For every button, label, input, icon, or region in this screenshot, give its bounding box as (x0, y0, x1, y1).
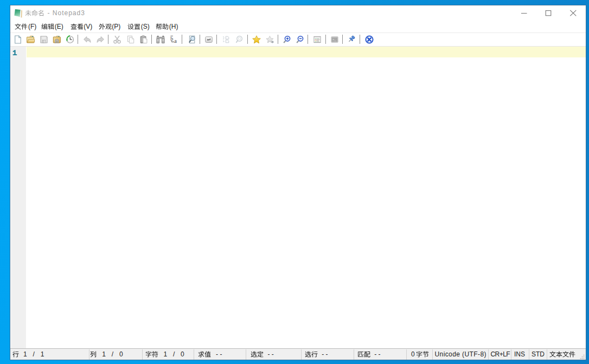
svg-text:b: b (170, 35, 173, 41)
svg-text:>_: >_ (332, 37, 336, 41)
svg-text:a: a (174, 37, 177, 44)
